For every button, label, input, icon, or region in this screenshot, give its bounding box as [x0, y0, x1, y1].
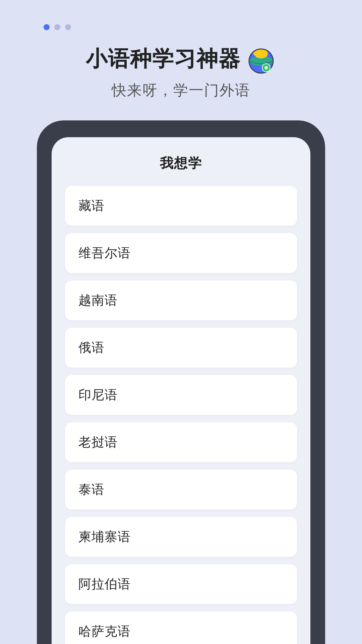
app-subtitle: 快来呀，学一门外语	[112, 80, 250, 100]
language-item[interactable]: 俄语	[65, 328, 297, 368]
dot-3	[65, 24, 71, 30]
language-item[interactable]: 越南语	[65, 280, 297, 320]
language-item[interactable]: 藏语	[65, 186, 297, 226]
phone-frame: 我想学 藏语维吾尔语越南语俄语印尼语老挝语泰语柬埔寨语阿拉伯语哈萨克语蒙古语	[37, 120, 325, 644]
language-item[interactable]: 阿拉伯语	[65, 564, 297, 604]
app-title: 小语种学习神器	[86, 44, 241, 73]
language-item[interactable]: 泰语	[65, 470, 297, 509]
language-list: 藏语维吾尔语越南语俄语印尼语老挝语泰语柬埔寨语阿拉伯语哈萨克语蒙古语	[65, 186, 297, 644]
dot-1	[44, 24, 50, 30]
dot-2	[54, 24, 60, 30]
status-dots	[44, 24, 71, 30]
panel-title: 我想学	[160, 154, 202, 172]
svg-point-4	[264, 66, 268, 69]
header-section: 小语种学习神器 快来呀，学一门外语	[86, 44, 276, 100]
globe-icon	[246, 44, 276, 74]
language-item[interactable]: 印尼语	[65, 375, 297, 415]
app-title-row: 小语种学习神器	[86, 44, 276, 74]
language-item[interactable]: 维吾尔语	[65, 233, 297, 273]
phone-inner: 我想学 藏语维吾尔语越南语俄语印尼语老挝语泰语柬埔寨语阿拉伯语哈萨克语蒙古语	[52, 137, 310, 644]
language-item[interactable]: 老挝语	[65, 422, 297, 462]
language-item[interactable]: 哈萨克语	[65, 611, 297, 644]
language-item[interactable]: 柬埔寨语	[65, 517, 297, 557]
